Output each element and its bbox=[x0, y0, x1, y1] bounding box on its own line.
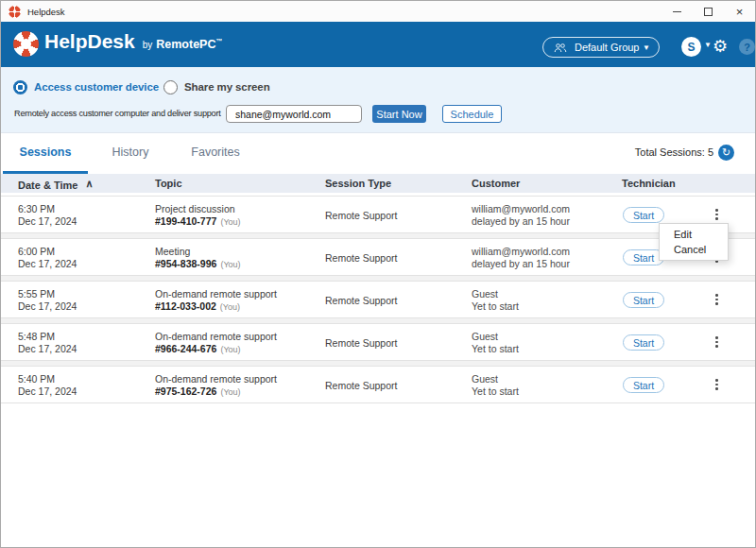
settings-gear-icon[interactable]: ⚙ bbox=[713, 36, 728, 57]
session-topic: Meeting#954-838-996(You) bbox=[155, 246, 241, 271]
column-customer: Customer bbox=[472, 174, 520, 193]
maximize-button[interactable] bbox=[693, 1, 724, 22]
session-row: 6:30 PMDec 17, 2024Project discussion#19… bbox=[1, 196, 755, 233]
people-icon bbox=[554, 43, 567, 53]
schedule-button[interactable]: Schedule bbox=[442, 105, 502, 123]
connect-panel: Access customer device Share my screen R… bbox=[1, 67, 755, 133]
customer-email-input[interactable] bbox=[226, 105, 362, 123]
app-header: HelpDesk by RemotePC ™ Default Group ▼ S… bbox=[1, 22, 755, 67]
app-window: Helpdesk × HelpDesk by RemotePC ™ Defaul… bbox=[0, 0, 756, 548]
help-icon[interactable]: ? bbox=[739, 39, 755, 55]
user-avatar[interactable]: S bbox=[681, 37, 701, 57]
start-session-button[interactable]: Start bbox=[623, 377, 664, 393]
brand-trademark: ™ bbox=[216, 38, 223, 44]
brand-by: by bbox=[143, 40, 153, 50]
tabs-bar: Sessions History Favorites Total Session… bbox=[1, 133, 755, 174]
start-session-button[interactable]: Start bbox=[623, 334, 664, 351]
session-customer: william@myworld.comdelayed by an 15 hour bbox=[472, 203, 570, 228]
session-customer: GuestYet to start bbox=[472, 288, 519, 313]
session-topic: Project discussion#199-410-777(You) bbox=[155, 203, 241, 229]
window-title: Helpdesk bbox=[27, 7, 65, 17]
tab-favorites[interactable]: Favorites bbox=[173, 133, 258, 171]
app-icon bbox=[9, 6, 21, 18]
session-topic: On-demand remote support#966-244-676(You… bbox=[155, 331, 277, 356]
session-row: 5:48 PMDec 17, 2024On-demand remote supp… bbox=[1, 323, 755, 361]
radio-access-label: Access customer device bbox=[34, 81, 159, 93]
session-datetime: 6:00 PMDec 17, 2024 bbox=[18, 246, 77, 270]
radio-share-my-screen[interactable]: Share my screen bbox=[163, 79, 270, 94]
close-button[interactable]: × bbox=[724, 1, 755, 22]
radio-selected-icon bbox=[13, 80, 27, 94]
session-type: Remote Support bbox=[325, 295, 397, 306]
brand: HelpDesk by RemotePC ™ bbox=[44, 30, 223, 53]
tab-history[interactable]: History bbox=[88, 133, 173, 171]
session-type: Remote Support bbox=[325, 252, 397, 264]
tab-sessions[interactable]: Sessions bbox=[3, 133, 88, 171]
start-session-button[interactable]: Start bbox=[623, 207, 664, 223]
row-context-menu: Edit Cancel bbox=[659, 223, 729, 261]
column-session-type: Session Type bbox=[325, 174, 391, 193]
refresh-icon[interactable]: ↻ bbox=[718, 145, 734, 161]
table-header: Date & Time∧ Topic Session Type Customer… bbox=[1, 174, 755, 193]
session-row: 5:55 PMDec 17, 2024On-demand remote supp… bbox=[1, 281, 755, 318]
menu-item-cancel[interactable]: Cancel bbox=[660, 242, 728, 257]
group-selector-label: Default Group bbox=[575, 42, 639, 53]
row-kebab-menu-icon[interactable] bbox=[715, 209, 719, 222]
session-datetime: 5:48 PMDec 17, 2024 bbox=[18, 331, 77, 355]
session-type: Remote Support bbox=[325, 380, 397, 391]
brand-remotepc: RemotePC bbox=[156, 38, 215, 51]
session-customer: GuestYet to start bbox=[472, 331, 519, 355]
session-datetime: 5:55 PMDec 17, 2024 bbox=[18, 288, 77, 313]
minimize-button[interactable] bbox=[662, 1, 693, 22]
session-datetime: 5:40 PMDec 17, 2024 bbox=[18, 373, 77, 398]
session-topic: On-demand remote support#112-033-002(You… bbox=[155, 288, 277, 314]
radio-access-customer-device[interactable]: Access customer device bbox=[13, 79, 159, 94]
session-datetime: 6:30 PMDec 17, 2024 bbox=[18, 203, 77, 228]
session-topic: On-demand remote support#975-162-726(You… bbox=[155, 373, 277, 399]
radio-unselected-icon bbox=[163, 80, 178, 94]
sort-asc-icon: ∧ bbox=[85, 178, 93, 189]
session-row: 6:00 PMDec 17, 2024Meeting#954-838-996(Y… bbox=[1, 238, 755, 276]
chevron-down-icon: ▼ bbox=[643, 43, 650, 52]
brand-name: HelpDesk bbox=[44, 30, 135, 53]
column-topic: Topic bbox=[155, 174, 182, 193]
session-customer: william@myworld.comdelayed by an 15 hour bbox=[472, 246, 570, 270]
column-date-time[interactable]: Date & Time∧ bbox=[18, 174, 93, 195]
start-now-button[interactable]: Start Now bbox=[372, 105, 426, 123]
row-kebab-menu-icon[interactable] bbox=[715, 379, 719, 392]
session-list: 6:30 PMDec 17, 2024Project discussion#19… bbox=[1, 196, 755, 403]
group-selector[interactable]: Default Group ▼ bbox=[542, 37, 660, 58]
column-technician: Technician bbox=[622, 174, 676, 193]
session-type: Remote Support bbox=[325, 337, 397, 349]
helpdesk-logo-icon bbox=[13, 31, 39, 57]
avatar-chevron-down-icon[interactable]: ▼ bbox=[704, 41, 712, 49]
session-customer: GuestYet to start bbox=[472, 373, 519, 398]
start-session-button[interactable]: Start bbox=[623, 292, 664, 308]
row-kebab-menu-icon[interactable] bbox=[715, 336, 719, 350]
row-kebab-menu-icon[interactable] bbox=[715, 294, 719, 307]
helper-text: Remotely access customer computer and de… bbox=[14, 105, 221, 123]
session-type: Remote Support bbox=[325, 210, 397, 221]
title-bar: Helpdesk × bbox=[1, 1, 755, 22]
session-row: 5:40 PMDec 17, 2024On-demand remote supp… bbox=[1, 366, 755, 403]
menu-item-edit[interactable]: Edit bbox=[660, 227, 728, 242]
radio-share-label: Share my screen bbox=[184, 81, 270, 93]
total-sessions: Total Sessions: 5 bbox=[635, 133, 713, 171]
